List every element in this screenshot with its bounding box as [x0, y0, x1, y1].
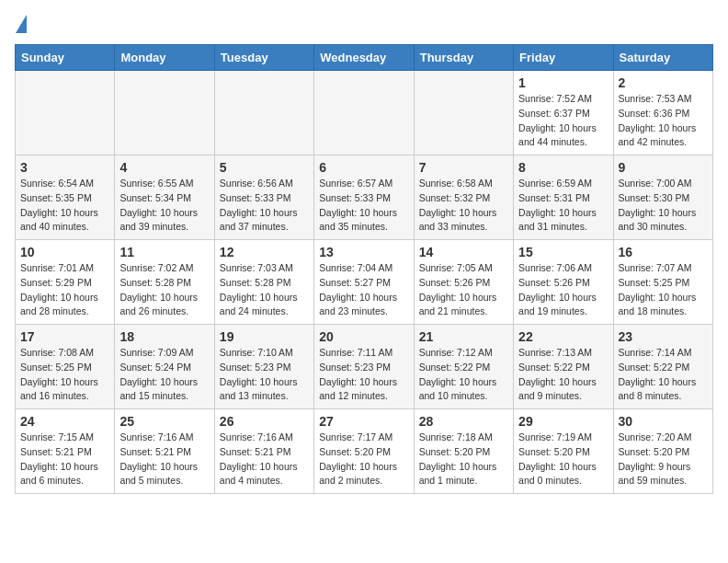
day-number: 30 — [619, 414, 708, 429]
day-number: 24 — [20, 414, 109, 429]
calendar-cell: 11Sunrise: 7:02 AM Sunset: 5:28 PM Dayli… — [115, 240, 214, 325]
weekday-header-row: SundayMondayTuesdayWednesdayThursdayFrid… — [16, 45, 713, 71]
day-info: Sunrise: 7:11 AM Sunset: 5:23 PM Dayligh… — [319, 346, 408, 404]
day-number: 21 — [419, 329, 508, 344]
calendar-cell — [314, 71, 414, 155]
calendar-cell: 20Sunrise: 7:11 AM Sunset: 5:23 PM Dayli… — [314, 325, 414, 409]
calendar-week-row: 1Sunrise: 7:52 AM Sunset: 6:37 PM Daylig… — [16, 71, 713, 155]
day-info: Sunrise: 7:05 AM Sunset: 5:26 PM Dayligh… — [419, 261, 508, 319]
day-number: 25 — [119, 414, 209, 429]
day-info: Sunrise: 6:56 AM Sunset: 5:33 PM Dayligh… — [220, 177, 309, 235]
day-number: 19 — [220, 329, 309, 344]
weekday-header-tuesday: Tuesday — [214, 45, 313, 71]
weekday-header-monday: Monday — [115, 45, 214, 71]
day-number: 28 — [419, 414, 508, 429]
day-number: 5 — [220, 160, 309, 175]
day-number: 14 — [419, 245, 508, 259]
calendar-cell: 8Sunrise: 6:59 AM Sunset: 5:31 PM Daylig… — [514, 155, 613, 240]
day-number: 17 — [20, 329, 109, 344]
day-info: Sunrise: 6:54 AM Sunset: 5:35 PM Dayligh… — [20, 177, 109, 235]
calendar-cell: 24Sunrise: 7:15 AM Sunset: 5:21 PM Dayli… — [16, 409, 115, 494]
day-number: 8 — [518, 160, 608, 175]
weekday-header-friday: Friday — [514, 45, 613, 71]
day-number: 10 — [20, 245, 109, 259]
day-info: Sunrise: 6:55 AM Sunset: 5:34 PM Dayligh… — [119, 177, 209, 235]
calendar-cell: 3Sunrise: 6:54 AM Sunset: 5:35 PM Daylig… — [16, 155, 115, 240]
day-number: 2 — [619, 75, 708, 90]
calendar-cell: 18Sunrise: 7:09 AM Sunset: 5:24 PM Dayli… — [115, 325, 214, 409]
calendar-cell: 14Sunrise: 7:05 AM Sunset: 5:26 PM Dayli… — [414, 240, 513, 325]
calendar-cell — [115, 71, 214, 155]
calendar-cell: 17Sunrise: 7:08 AM Sunset: 5:25 PM Dayli… — [16, 325, 115, 409]
calendar-cell: 30Sunrise: 7:20 AM Sunset: 5:20 PM Dayli… — [613, 409, 712, 494]
day-number: 1 — [518, 75, 608, 90]
day-number: 27 — [319, 414, 408, 429]
calendar-cell: 5Sunrise: 6:56 AM Sunset: 5:33 PM Daylig… — [214, 155, 313, 240]
day-info: Sunrise: 7:00 AM Sunset: 5:30 PM Dayligh… — [619, 177, 708, 235]
day-info: Sunrise: 7:16 AM Sunset: 5:21 PM Dayligh… — [119, 431, 209, 488]
calendar-cell: 13Sunrise: 7:04 AM Sunset: 5:27 PM Dayli… — [314, 240, 414, 325]
day-number: 18 — [119, 329, 209, 344]
day-info: Sunrise: 7:20 AM Sunset: 5:20 PM Dayligh… — [619, 431, 708, 488]
calendar-cell: 22Sunrise: 7:13 AM Sunset: 5:22 PM Dayli… — [514, 325, 613, 409]
day-info: Sunrise: 7:16 AM Sunset: 5:21 PM Dayligh… — [220, 431, 309, 488]
calendar-cell: 15Sunrise: 7:06 AM Sunset: 5:26 PM Dayli… — [514, 240, 613, 325]
day-info: Sunrise: 7:14 AM Sunset: 5:22 PM Dayligh… — [619, 346, 708, 404]
day-info: Sunrise: 6:58 AM Sunset: 5:32 PM Dayligh… — [419, 177, 508, 235]
calendar-cell: 19Sunrise: 7:10 AM Sunset: 5:23 PM Dayli… — [214, 325, 313, 409]
calendar-cell — [16, 71, 115, 155]
calendar-cell: 26Sunrise: 7:16 AM Sunset: 5:21 PM Dayli… — [214, 409, 313, 494]
day-number: 4 — [119, 160, 209, 175]
calendar-cell: 28Sunrise: 7:18 AM Sunset: 5:20 PM Dayli… — [414, 409, 513, 494]
calendar-week-row: 24Sunrise: 7:15 AM Sunset: 5:21 PM Dayli… — [16, 409, 713, 494]
day-info: Sunrise: 7:18 AM Sunset: 5:20 PM Dayligh… — [419, 431, 508, 488]
day-number: 12 — [220, 245, 309, 259]
calendar-week-row: 3Sunrise: 6:54 AM Sunset: 5:35 PM Daylig… — [16, 155, 713, 240]
day-info: Sunrise: 7:13 AM Sunset: 5:22 PM Dayligh… — [518, 346, 608, 404]
day-info: Sunrise: 7:08 AM Sunset: 5:25 PM Dayligh… — [20, 346, 109, 404]
calendar-cell: 1Sunrise: 7:52 AM Sunset: 6:37 PM Daylig… — [514, 71, 613, 155]
calendar-cell — [214, 71, 313, 155]
calendar-cell: 27Sunrise: 7:17 AM Sunset: 5:20 PM Dayli… — [314, 409, 414, 494]
weekday-header-sunday: Sunday — [16, 45, 115, 71]
day-number: 26 — [220, 414, 309, 429]
day-info: Sunrise: 6:59 AM Sunset: 5:31 PM Dayligh… — [518, 177, 608, 235]
day-info: Sunrise: 7:15 AM Sunset: 5:21 PM Dayligh… — [20, 431, 109, 488]
day-info: Sunrise: 7:06 AM Sunset: 5:26 PM Dayligh… — [518, 261, 608, 319]
day-info: Sunrise: 7:12 AM Sunset: 5:22 PM Dayligh… — [419, 346, 508, 404]
day-number: 9 — [619, 160, 708, 175]
day-info: Sunrise: 7:09 AM Sunset: 5:24 PM Dayligh… — [119, 346, 209, 404]
calendar-cell: 9Sunrise: 7:00 AM Sunset: 5:30 PM Daylig… — [613, 155, 712, 240]
calendar-cell: 16Sunrise: 7:07 AM Sunset: 5:25 PM Dayli… — [613, 240, 712, 325]
calendar-cell: 2Sunrise: 7:53 AM Sunset: 6:36 PM Daylig… — [613, 71, 712, 155]
calendar-cell: 23Sunrise: 7:14 AM Sunset: 5:22 PM Dayli… — [613, 325, 712, 409]
calendar-week-row: 17Sunrise: 7:08 AM Sunset: 5:25 PM Dayli… — [16, 325, 713, 409]
day-number: 11 — [119, 245, 209, 259]
calendar-cell: 25Sunrise: 7:16 AM Sunset: 5:21 PM Dayli… — [115, 409, 214, 494]
day-info: Sunrise: 7:19 AM Sunset: 5:20 PM Dayligh… — [518, 431, 608, 488]
calendar-cell: 10Sunrise: 7:01 AM Sunset: 5:29 PM Dayli… — [16, 240, 115, 325]
weekday-header-thursday: Thursday — [414, 45, 513, 71]
day-info: Sunrise: 6:57 AM Sunset: 5:33 PM Dayligh… — [319, 177, 408, 235]
day-number: 7 — [419, 160, 508, 175]
day-number: 15 — [518, 245, 608, 259]
day-info: Sunrise: 7:01 AM Sunset: 5:29 PM Dayligh… — [20, 261, 109, 319]
weekday-header-saturday: Saturday — [613, 45, 712, 71]
day-number: 13 — [319, 245, 408, 259]
day-info: Sunrise: 7:04 AM Sunset: 5:27 PM Dayligh… — [319, 261, 408, 319]
day-info: Sunrise: 7:03 AM Sunset: 5:28 PM Dayligh… — [220, 261, 309, 319]
page-header — [15, 15, 713, 33]
calendar-cell: 21Sunrise: 7:12 AM Sunset: 5:22 PM Dayli… — [414, 325, 513, 409]
calendar-table: SundayMondayTuesdayWednesdayThursdayFrid… — [15, 44, 713, 494]
calendar-cell: 6Sunrise: 6:57 AM Sunset: 5:33 PM Daylig… — [314, 155, 414, 240]
day-info: Sunrise: 7:02 AM Sunset: 5:28 PM Dayligh… — [119, 261, 209, 319]
day-info: Sunrise: 7:53 AM Sunset: 6:36 PM Dayligh… — [619, 92, 708, 150]
logo — [15, 15, 27, 33]
day-number: 20 — [319, 329, 408, 344]
calendar-cell: 29Sunrise: 7:19 AM Sunset: 5:20 PM Dayli… — [514, 409, 613, 494]
day-info: Sunrise: 7:17 AM Sunset: 5:20 PM Dayligh… — [319, 431, 408, 488]
day-info: Sunrise: 7:10 AM Sunset: 5:23 PM Dayligh… — [220, 346, 309, 404]
day-number: 22 — [518, 329, 608, 344]
weekday-header-wednesday: Wednesday — [314, 45, 414, 71]
day-number: 29 — [518, 414, 608, 429]
